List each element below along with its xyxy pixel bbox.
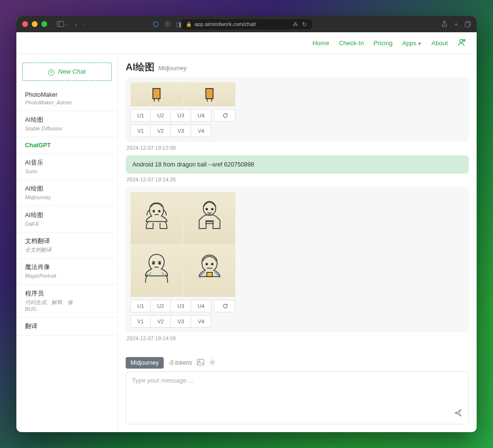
- new-tab-icon[interactable]: +: [454, 21, 458, 28]
- lock-icon: 🔒: [186, 22, 192, 27]
- refresh-button[interactable]: [215, 109, 235, 122]
- translate-icon[interactable]: ⁂: [293, 21, 298, 28]
- sidebar-item-title: AI绘图: [25, 211, 109, 219]
- image-cell[interactable]: [130, 192, 182, 244]
- nav-about[interactable]: About: [431, 39, 448, 47]
- nav-apps[interactable]: Apps▼: [402, 39, 422, 47]
- sidebar-item-sub: 代码生成、解释、修BUG: [25, 299, 83, 313]
- sidebar-toggle-icon[interactable]: ⌄: [57, 21, 68, 28]
- svg-point-12: [153, 210, 155, 212]
- refresh-button[interactable]: [215, 300, 235, 312]
- svg-point-16: [211, 208, 213, 210]
- chat-message: Android 18 from dragon ball --sref 62075…: [126, 155, 469, 182]
- back-button[interactable]: ‹: [75, 21, 77, 28]
- v4-button[interactable]: V4: [191, 315, 211, 328]
- sidebar-item-sd[interactable]: AI绘图 Stable Diffusion: [16, 111, 117, 137]
- image-grid-partial[interactable]: [130, 82, 235, 106]
- nav-checkin[interactable]: Check-In: [339, 39, 364, 47]
- u4-button[interactable]: U4: [191, 300, 211, 312]
- v2-button[interactable]: V2: [151, 315, 171, 328]
- v1-button[interactable]: V1: [130, 315, 151, 328]
- v4-button[interactable]: V4: [191, 125, 211, 137]
- sidebar-item-photomaker[interactable]: PhotoMaker PhotoMaker_Admin: [16, 87, 117, 111]
- settings-gear-icon[interactable]: [209, 359, 216, 367]
- nav-pricing[interactable]: Pricing: [374, 39, 393, 47]
- v2-button[interactable]: V2: [151, 125, 171, 137]
- svg-point-15: [206, 208, 208, 210]
- maximize-window-button[interactable]: [41, 21, 47, 27]
- sidebar-item-sub: Suno: [25, 168, 83, 175]
- v3-button[interactable]: V3: [171, 125, 191, 137]
- sidebar-item-title: 魔法肖像: [25, 263, 109, 271]
- send-icon: [454, 409, 463, 417]
- u3-button[interactable]: U3: [171, 109, 191, 122]
- message-input[interactable]: [126, 372, 468, 424]
- v3-button[interactable]: V3: [171, 315, 191, 328]
- svg-rect-0: [57, 22, 64, 27]
- sidebar-item-midjourney[interactable]: AI绘图 Midjourney: [16, 180, 117, 206]
- new-chat-button[interactable]: + New Chat: [22, 63, 112, 81]
- u2-button[interactable]: U2: [151, 300, 171, 312]
- sidebar-item-music[interactable]: AI音乐 Suno: [16, 154, 117, 180]
- image-cell[interactable]: [183, 82, 235, 106]
- u1-button[interactable]: U1: [130, 300, 151, 312]
- sidebar-item-dalle[interactable]: AI绘图 Dall-E: [16, 206, 117, 232]
- image-cell[interactable]: [130, 82, 182, 106]
- sidebar-item-sub: MagicPortrait: [25, 272, 83, 279]
- upscale-row: U1 U2 U3 U4: [130, 109, 464, 122]
- sidebar-item-translate[interactable]: 翻译: [16, 318, 117, 336]
- user-account-icon[interactable]: [457, 38, 466, 48]
- v1-button[interactable]: V1: [130, 125, 151, 137]
- shield-icon[interactable]: [153, 21, 159, 28]
- refresh-icon: [222, 113, 228, 118]
- u3-button[interactable]: U3: [171, 300, 191, 312]
- nav-home[interactable]: Home: [312, 39, 329, 47]
- sidebar-item-sub: Stable Diffusion: [25, 125, 83, 132]
- chat-scroll-area[interactable]: U1 U2 U3 U4 V1 V2 V3 V4: [118, 77, 477, 353]
- forward-button[interactable]: ›: [84, 21, 86, 28]
- toolbar-left-group: ⌄ ‹ ›: [57, 21, 86, 28]
- composer-top-row: Midjourney -5 tokens: [126, 357, 469, 369]
- image-cell[interactable]: [183, 192, 235, 244]
- downloads-icon[interactable]: [165, 21, 170, 28]
- svg-point-4: [460, 39, 463, 42]
- share-icon[interactable]: [441, 21, 447, 28]
- svg-point-13: [158, 210, 160, 212]
- u1-button[interactable]: U1: [130, 109, 151, 122]
- sidebar-item-title: AI绘图: [25, 116, 109, 124]
- u2-button[interactable]: U2: [151, 109, 171, 122]
- sidebar-item-doctranslate[interactable]: 文档翻译 全文档翻译: [16, 232, 117, 258]
- chevron-down-icon: ▼: [417, 41, 422, 46]
- image-attach-icon[interactable]: [197, 359, 204, 367]
- reload-icon[interactable]: ↻: [302, 21, 307, 28]
- sidebar-item-title: 文档翻译: [25, 237, 109, 245]
- svg-point-19: [206, 263, 208, 265]
- sidebar-item-title: ChatGPT: [25, 142, 109, 149]
- image-cell[interactable]: [183, 245, 235, 297]
- sidebar-item-magicportrait[interactable]: 魔法肖像 MagicPortrait: [16, 258, 117, 284]
- generated-result: U1 U2 U3 U4 V1 V2 V3 V4: [126, 187, 469, 333]
- sidebar-item-programmer[interactable]: 程序员 代码生成、解释、修BUG: [16, 285, 117, 318]
- app-body: + New Chat PhotoMaker PhotoMaker_Admin A…: [16, 54, 477, 432]
- sidebar-item-chatgpt[interactable]: ChatGPT: [16, 137, 117, 154]
- sidebar-item-title: AI绘图: [25, 185, 109, 193]
- minimize-window-button[interactable]: [32, 21, 38, 27]
- sidebar-item-sub: PhotoMaker_Admin: [25, 99, 83, 106]
- close-window-button[interactable]: [22, 21, 28, 27]
- send-button[interactable]: [454, 409, 463, 419]
- sidebar: + New Chat PhotoMaker PhotoMaker_Admin A…: [16, 54, 117, 432]
- model-badge[interactable]: Midjourney: [126, 357, 164, 369]
- chat-message: U1 U2 U3 U4 V1 V2 V3 V4: [126, 77, 469, 151]
- main-header: AI绘图 Midjourney: [118, 54, 477, 77]
- svg-rect-6: [153, 89, 160, 99]
- svg-rect-3: [465, 23, 469, 27]
- variation-row: V1 V2 V3 V4: [130, 315, 464, 328]
- image-grid[interactable]: [130, 192, 235, 297]
- url-bar[interactable]: 🔒 app.aimindwork.com/chat/ ⁂ ↻: [181, 19, 312, 29]
- tabs-overview-icon[interactable]: [465, 21, 471, 28]
- u4-button[interactable]: U4: [191, 109, 211, 122]
- page-subtitle: Midjourney: [158, 65, 187, 72]
- chat-message: U1 U2 U3 U4 V1 V2 V3 V4: [126, 187, 469, 341]
- variation-row: V1 V2 V3 V4: [130, 125, 464, 137]
- image-cell[interactable]: [130, 245, 182, 297]
